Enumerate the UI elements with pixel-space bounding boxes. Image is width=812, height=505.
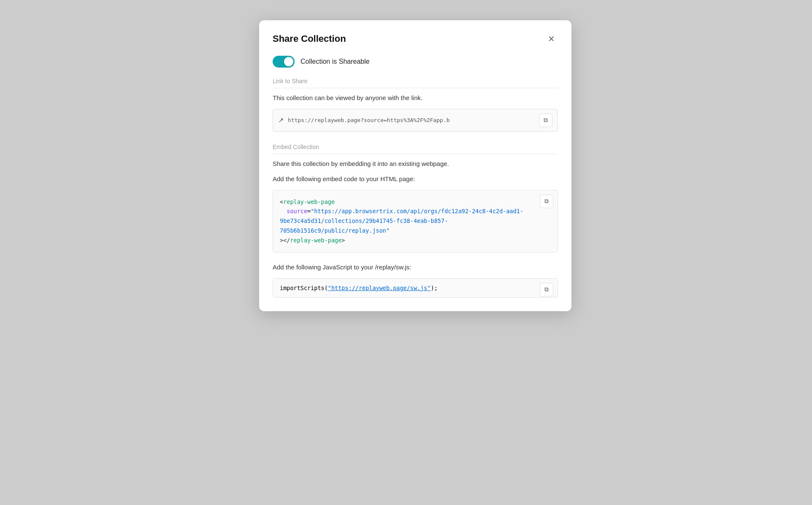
js-label-text: Add the following JavaScript to your /re… (273, 263, 411, 271)
share-url: https://replayweb.page?source=https%3A%2… (288, 117, 535, 123)
js-code-start: importScripts( (280, 285, 328, 291)
share-link-box: ↗ https://replayweb.page?source=https%3A… (273, 109, 558, 132)
code-final-bracket: > (341, 237, 345, 244)
embed-attr-name: source (287, 208, 307, 214)
external-link-icon: ↗ (278, 116, 284, 124)
link-section-label: Link to Share (273, 78, 558, 88)
js-code-end: ); (431, 285, 438, 291)
copy-embed-code-button[interactable]: ⧉ (540, 195, 553, 208)
embed-attr-value: "https://app.browsertrix.com/api/orgs/fd… (280, 208, 523, 234)
modal-close-button[interactable]: ✕ (544, 32, 558, 46)
embed-closing-tag: replay-web-page (290, 237, 341, 244)
embed-code-line2: source="https://app.browsertrix.com/api/… (280, 206, 551, 236)
js-link[interactable]: "https://replayweb.page/sw.js" (328, 285, 431, 291)
code-tag-close: ></ (280, 237, 290, 244)
js-section-label: Add the following JavaScript to your /re… (273, 263, 558, 272)
share-collection-modal: Share Collection ✕ Collection is Shareab… (259, 20, 571, 311)
embed-section-label: Embed Collection (273, 144, 558, 154)
link-desc: This collection can be viewed by anyone … (273, 93, 558, 103)
shareable-toggle[interactable] (273, 56, 295, 68)
embed-code-block: ⧉ <replay-web-page source="https://app.b… (273, 190, 558, 253)
modal-title: Share Collection (273, 33, 346, 44)
toggle-thumb (284, 57, 293, 66)
toggle-label: Collection is Shareable (300, 58, 370, 65)
copy-link-button[interactable]: ⧉ (539, 114, 552, 127)
embed-code-line1: <replay-web-page (280, 197, 551, 207)
copy-js-button[interactable]: ⧉ (540, 283, 553, 296)
shareable-toggle-row: Collection is Shareable (273, 56, 558, 68)
code-bracket-open: < (280, 198, 283, 205)
js-code-block: ⧉ importScripts("https://replayweb.page/… (273, 278, 558, 298)
modal-header: Share Collection ✕ (273, 32, 558, 46)
embed-code-label: Add the following embed code to your HTM… (273, 174, 558, 184)
embed-code-line3: ></replay-web-page> (280, 236, 551, 245)
embed-tag-name: replay-web-page (283, 198, 335, 205)
embed-desc: Share this collection by embedding it in… (273, 159, 558, 169)
